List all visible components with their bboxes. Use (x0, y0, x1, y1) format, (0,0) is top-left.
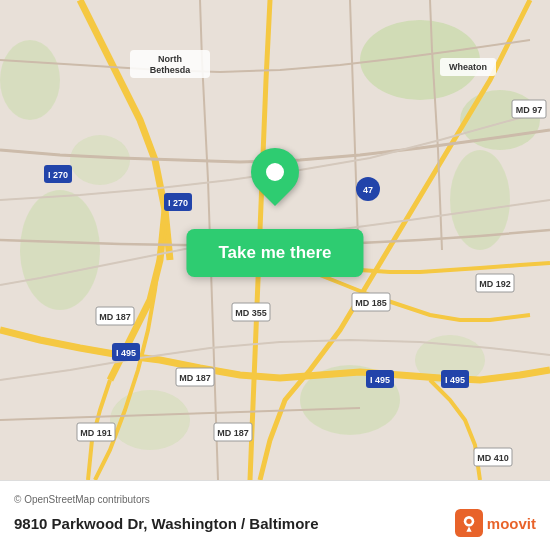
svg-text:MD 191: MD 191 (80, 428, 112, 438)
svg-text:I 495: I 495 (116, 348, 136, 358)
svg-text:MD 187: MD 187 (217, 428, 249, 438)
svg-text:Bethesda: Bethesda (150, 65, 192, 75)
address-text: 9810 Parkwood Dr, Washington / Baltimore (14, 515, 319, 532)
svg-text:MD 187: MD 187 (99, 312, 131, 322)
svg-text:MD 355: MD 355 (235, 308, 267, 318)
svg-text:North: North (158, 54, 182, 64)
take-me-there-button[interactable]: Take me there (186, 229, 363, 277)
svg-text:I 495: I 495 (370, 375, 390, 385)
svg-point-5 (70, 135, 130, 185)
svg-text:47: 47 (363, 185, 373, 195)
copyright-text: © OpenStreetMap contributors (14, 494, 150, 505)
svg-text:MD 192: MD 192 (479, 279, 511, 289)
moovit-icon-svg (455, 509, 483, 537)
svg-text:MD 187: MD 187 (179, 373, 211, 383)
svg-text:I 495: I 495 (445, 375, 465, 385)
svg-text:MD 410: MD 410 (477, 453, 509, 463)
svg-point-4 (20, 190, 100, 310)
svg-text:I 270: I 270 (168, 198, 188, 208)
moovit-label: moovit (487, 515, 536, 532)
svg-point-8 (0, 40, 60, 120)
map-container: North Bethesda Wheaton I 270 I 270 47 MD… (0, 0, 550, 550)
svg-text:MD 185: MD 185 (355, 298, 387, 308)
svg-text:Wheaton: Wheaton (449, 62, 487, 72)
svg-point-47 (466, 519, 471, 524)
svg-text:I 270: I 270 (48, 170, 68, 180)
address-row: 9810 Parkwood Dr, Washington / Baltimore… (14, 509, 536, 537)
map-pin (251, 148, 299, 196)
bottom-bar: © OpenStreetMap contributors 9810 Parkwo… (0, 480, 550, 550)
moovit-logo: moovit (455, 509, 536, 537)
svg-text:MD 97: MD 97 (516, 105, 543, 115)
